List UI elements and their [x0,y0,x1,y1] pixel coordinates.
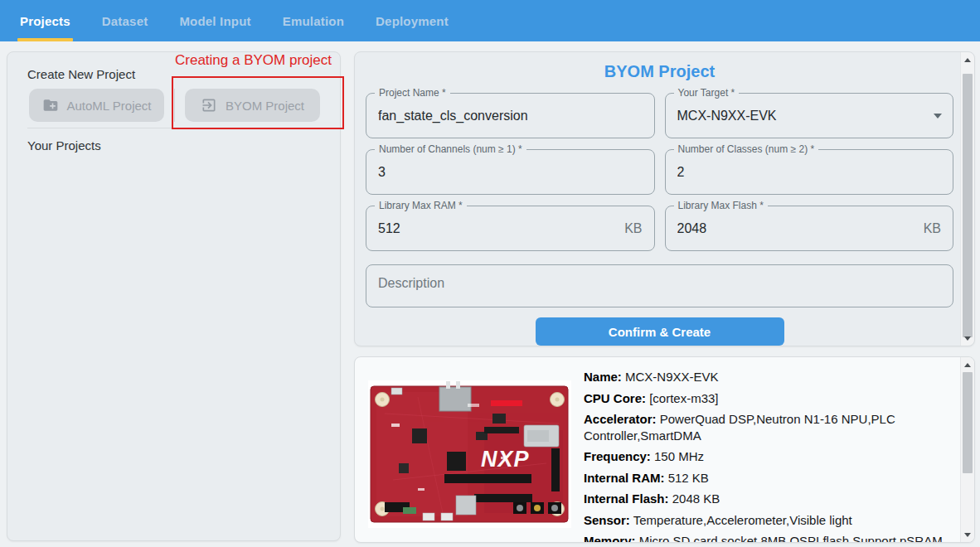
tab-emulation-label: Emulation [283,14,344,28]
top-nav: Projects Dataset Model Input Emulation D… [0,0,980,41]
annotation-text: Creating a BYOM project [175,52,332,69]
tab-projects[interactable]: Projects [4,0,86,41]
target-select-field[interactable]: Your Target * [665,93,954,138]
classes-input[interactable] [666,150,953,194]
your-projects-heading: Your Projects [7,128,340,152]
tab-model-input[interactable]: Model Input [163,0,266,41]
spec-row: Internal Flash: 2048 KB [584,491,960,507]
projects-sidebar-panel: Create New Project AutoML Project BYOM P… [7,51,341,541]
form-scrollbar-thumb[interactable] [963,74,973,337]
description-input[interactable] [366,265,953,307]
target-board-info-panel: NXP Name: MCX-N9XX-EVK CPU Core: [cortex… [354,356,975,543]
automl-project-button[interactable]: AutoML Project [29,89,164,122]
board-scrollbar[interactable] [960,357,974,542]
channels-label: Number of Channels (num ≥ 1) * [375,143,526,155]
tab-model-input-label: Model Input [179,14,250,28]
board-photo: NXP [368,380,571,528]
scroll-down-arrow[interactable] [961,332,974,345]
max-flash-field[interactable]: Library Max Flash * KB [665,206,954,251]
board-content: NXP Name: MCX-N9XX-EVK CPU Core: [cortex… [355,357,960,543]
exit-to-app-icon [201,97,217,114]
spec-row: Memory: Micro SD card socket,8MB QSPI fl… [584,533,960,543]
tab-deployment-label: Deployment [376,14,449,28]
channels-input[interactable] [366,150,654,194]
max-ram-label: Library Max RAM * [375,200,467,211]
spec-row: Name: MCX-N9XX-EVK [584,369,960,385]
board-scrollbar-thumb[interactable] [963,372,973,473]
max-flash-label: Library Max Flash * [674,200,768,211]
tab-dataset[interactable]: Dataset [86,0,164,41]
nxp-logo: NXP [481,447,530,472]
byom-project-button-label: BYOM Project [226,99,304,113]
form-scrollbar[interactable] [960,52,974,346]
byom-project-button[interactable]: BYOM Project [185,89,320,122]
max-flash-unit: KB [924,221,953,236]
target-label: Your Target * [674,87,740,99]
max-ram-field[interactable]: Library Max RAM * KB [366,206,655,251]
project-name-label: Project Name * [375,87,450,99]
spec-row: Sensor: Temperature,Accelerometer,Visibl… [584,512,960,529]
description-field[interactable] [366,264,953,307]
spec-row: Frequency: 150 MHz [584,448,960,465]
classes-field[interactable]: Number of Classes (num ≥ 2) * [665,149,954,195]
tab-deployment[interactable]: Deployment [360,0,464,41]
scroll-up-arrow[interactable] [961,358,974,371]
max-ram-input[interactable] [366,206,624,250]
project-name-field[interactable]: Project Name * [366,93,655,138]
tab-emulation[interactable]: Emulation [267,0,360,41]
create-new-folder-icon [42,97,59,114]
create-project-button-row: AutoML Project BYOM Project [29,89,320,122]
classes-label: Number of Classes (num ≥ 2) * [674,143,819,155]
form-content: BYOM Project Project Name * Your Target … [355,52,960,346]
tab-dataset-label: Dataset [102,14,148,28]
form-grid: Project Name * Your Target * Number of C… [366,93,953,251]
target-select-value[interactable] [666,94,953,138]
chevron-down-icon[interactable] [934,114,942,119]
spec-row: Internal RAM: 512 KB [584,470,960,486]
tab-projects-label: Projects [20,14,70,28]
button-divider [174,89,175,122]
board-specs: Name: MCX-N9XX-EVK CPU Core: [cortex-m33… [584,369,960,543]
max-ram-unit: KB [624,221,653,236]
form-title: BYOM Project [366,62,953,81]
channels-field[interactable]: Number of Channels (num ≥ 1) * [366,149,655,195]
max-flash-input[interactable] [666,206,924,250]
spec-row: CPU Core: [cortex-m33] [584,390,960,407]
spec-row: Accelerator: PowerQuad DSP,Neutron N1-16… [584,411,960,443]
scroll-down-arrow[interactable] [961,528,974,541]
automl-project-button-label: AutoML Project [67,99,152,113]
scroll-up-arrow[interactable] [961,53,974,66]
byom-project-form-panel: BYOM Project Project Name * Your Target … [354,51,975,346]
project-name-input[interactable] [366,94,654,138]
confirm-create-button[interactable]: Confirm & Create [536,317,784,346]
